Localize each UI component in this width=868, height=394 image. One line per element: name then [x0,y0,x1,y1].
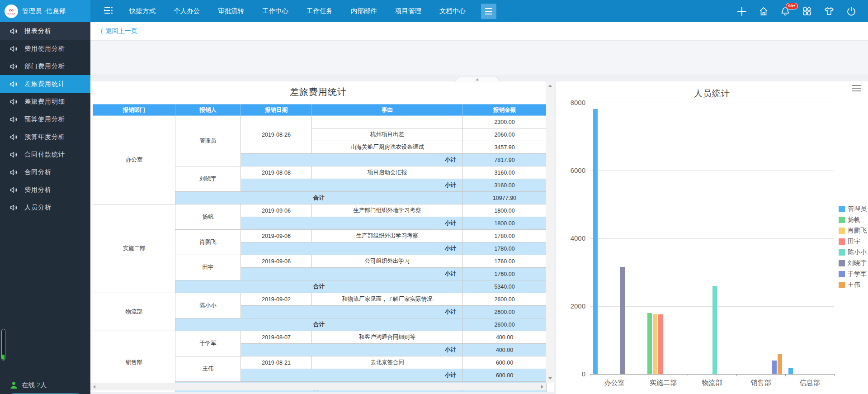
brand[interactable]: ∞华天动力 管理员 -信息部 [0,0,90,22]
person-cell: 王伟 [175,356,241,382]
sidebar-item-2[interactable]: 部门费用分析 [0,57,90,75]
sidebar-item-6[interactable]: 预算年度分析 [0,128,90,146]
y-axis-tick-label: 0 [561,370,585,378]
department-cell: 物流部 [93,293,175,331]
reason-cell: 去北京签合同 [312,356,463,369]
nav-item-3[interactable]: 工作中心 [253,0,297,22]
date-cell: 2019-08-08 [241,166,312,179]
theme-shirt-icon[interactable] [824,6,835,16]
table-vertical-scrollbar[interactable] [546,81,554,383]
nav-item-5[interactable]: 内部邮件 [342,0,386,22]
sidebar-item-1[interactable]: 费用使用分析 [0,40,90,57]
x-axis-category-label: 办公室 [590,379,639,387]
notifications-bell-icon[interactable]: 99+ [780,6,790,16]
legend-swatch [839,206,845,212]
amount-cell: 400.00 [463,331,547,344]
reason-cell: 杭州项目出差 [312,128,463,141]
legend-item-扬帆[interactable]: 扬帆 [839,214,867,225]
apps-grid-icon[interactable] [802,6,812,16]
person-cell: 陈小小 [175,293,241,318]
amount-cell: 1780.00 [463,230,547,242]
column-header-4: 报销金额 [463,104,547,116]
sidebar-item-8[interactable]: 合同分析 [0,163,90,181]
total-amount-cell: 2600.00 [463,318,547,331]
sidebar-item-label: 部门费用分析 [24,62,65,71]
sidebar-item-7[interactable]: 合同付款统计 [0,146,90,163]
y-axis-tick-label: 8000 [561,99,585,106]
subtotal-label-cell: 小计 [241,179,463,192]
notification-count-badge: 99+ [786,3,798,9]
sidebar-item-label: 费用分析 [24,186,52,194]
back-link[interactable]: 返回上一页 [106,27,137,35]
subtotal-amount-cell: 3160.00 [463,179,547,192]
nav-item-2[interactable]: 审批流转 [209,0,253,22]
legend-item-陈小小[interactable]: 陈小小 [839,247,867,258]
legend-item-王伟[interactable]: 王伟 [839,280,867,290]
menu-collapse-icon[interactable] [103,6,114,17]
amount-cell: 600.00 [463,356,547,369]
department-cell: 办公室 [93,116,175,204]
legend-swatch [839,238,845,245]
chart-legend: 管理员扬帆肖鹏飞田宇陈小小刘晓宇于学军王伟 [839,204,867,290]
legend-swatch [839,282,845,288]
speaker-icon [10,28,17,34]
sidebar-item-label: 报表分析 [24,27,52,35]
nav-item-1[interactable]: 个人办公 [165,0,209,22]
sidebar-item-9[interactable]: 费用分析 [0,181,90,199]
subtotal-label-cell: 小计 [241,268,463,280]
speaker-icon [10,99,17,105]
home-icon[interactable] [759,6,769,16]
chart-bar-扬帆 [647,313,652,374]
subtotal-label-cell: 小计 [241,242,463,255]
personnel-chart-panel: 人员统计 02000400060008000办公室实施二部物流部销售部信息部管理… [556,81,868,394]
date-cell: 2019-09-02 [241,293,312,306]
x-axis-category-label: 物流部 [688,379,736,387]
total-label-cell: 合计 [175,192,463,204]
sidebar-item-10[interactable]: 人员分析 [0,199,90,216]
x-axis-category-label: 销售部 [736,379,785,387]
legend-item-刘晓宇[interactable]: 刘晓宇 [839,258,867,269]
speaker-icon [10,46,17,52]
legend-swatch [839,260,845,266]
filter-collapse-tab[interactable] [454,77,501,82]
legend-item-于学军[interactable]: 于学军 [839,269,867,280]
logout-power-icon[interactable] [846,6,856,16]
sidebar-scroll-slider[interactable] [1,329,5,361]
legend-label: 于学军 [848,270,867,278]
chart-bar-刘晓宇 [620,267,625,374]
sidebar-item-label: 费用使用分析 [24,45,65,53]
person-cell: 管理员 [175,116,241,166]
x-axis-line [590,374,834,375]
x-axis-tick [688,374,688,376]
nav-item-0[interactable]: 快捷方式 [120,0,165,22]
subtotal-label-cell: 小计 [241,344,463,356]
more-menus-button[interactable] [481,4,496,19]
company-logo-icon: ∞华天动力 [5,5,18,18]
speaker-icon [10,187,17,193]
y-axis-tick-label: 2000 [561,302,585,310]
nav-item-6[interactable]: 项目管理 [386,0,430,22]
legend-item-肖鹏飞[interactable]: 肖鹏飞 [839,225,867,236]
chart-bar-管理员 [788,368,793,375]
subtotal-label-cell: 小计 [241,306,463,318]
nav-item-4[interactable]: 工作任务 [297,0,342,22]
add-icon[interactable] [737,6,747,16]
x-axis-tick [785,374,786,376]
reason-cell: 公司组织外出学习 [312,255,463,268]
gridline [590,103,834,103]
sidebar-item-5[interactable]: 预算使用分析 [0,110,90,128]
reason-cell: 生产部组织外出学习考察 [312,230,463,242]
amount-cell: 2300.00 [463,116,547,128]
sidebar-item-0[interactable]: 报表分析 [0,22,90,40]
sidebar-item-3[interactable]: 差旅费用统计 [0,75,90,93]
legend-item-管理员[interactable]: 管理员 [839,204,867,214]
legend-item-田宇[interactable]: 田宇 [839,236,867,247]
gridline [590,238,834,239]
chart-menu-icon[interactable] [852,85,861,91]
legend-swatch [839,249,845,256]
nav-item-7[interactable]: 文档中心 [430,0,475,22]
sidebar-item-4[interactable]: 差旅费用明细 [0,93,90,110]
chart-bar-于学军 [772,361,777,374]
sidebar-menu: 报表分析费用使用分析部门费用分析差旅费用统计差旅费用明细预算使用分析预算年度分析… [0,22,90,216]
table-horizontal-scrollbar[interactable] [90,383,546,390]
